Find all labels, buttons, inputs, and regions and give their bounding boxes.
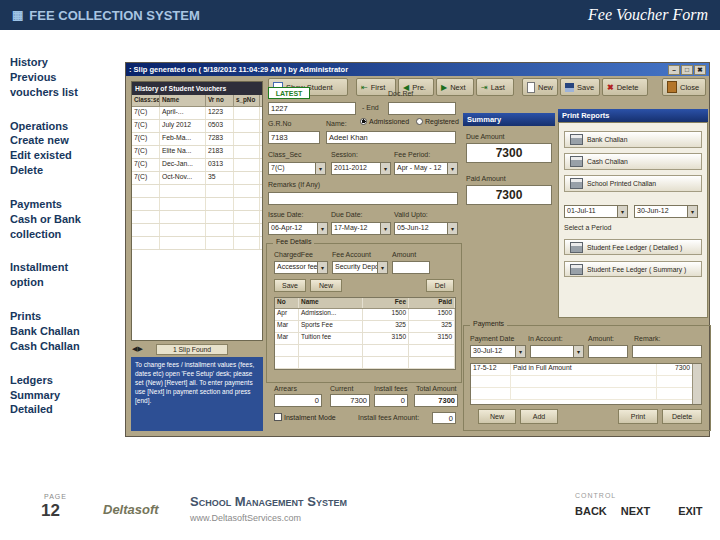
ledger-to-date-value: 30-Jun-12 <box>637 207 669 214</box>
gr-no-input[interactable]: 7183 <box>268 131 320 144</box>
ledger-summary-button[interactable]: Student Fee Ledger ( Summary ) <box>564 261 702 277</box>
help-note: To change fees / installment values (fee… <box>131 357 263 431</box>
fee-table-header[interactable]: No Name Fee Paid <box>275 298 455 309</box>
summary-header: Summary <box>463 113 555 126</box>
printer-icon <box>570 242 583 253</box>
close-window-button[interactable]: ✖ <box>694 65 706 75</box>
fee-amount-input[interactable] <box>392 261 430 274</box>
chevron-down-icon[interactable]: ▾ <box>617 206 627 217</box>
due-amount-value: 7300 <box>466 143 552 163</box>
student-name-input[interactable]: Adeel Khan <box>326 131 456 144</box>
history-table-header[interactable]: Class:sec Name Vr no s_pNo <box>132 95 262 107</box>
minimize-button[interactable]: – <box>668 65 680 75</box>
maximize-button[interactable]: □ <box>681 65 693 75</box>
voucher-no-input[interactable]: 1227 <box>268 102 356 115</box>
chevron-down-icon[interactable]: ▾ <box>317 262 327 273</box>
sidebar-line: vouchers list <box>10 85 122 100</box>
history-row[interactable]: 7(C) April-... 1223 <box>132 107 262 120</box>
fee-col[interactable]: Fee <box>363 298 409 308</box>
fee-new-button[interactable]: New <box>310 279 342 292</box>
issue-date-select[interactable]: 06-Apr-12 ▾ <box>268 222 328 235</box>
install-fees-value: 0 <box>374 394 408 407</box>
fee-col[interactable]: No <box>275 298 299 308</box>
bank-challan-button[interactable]: Bank Challan <box>564 131 702 148</box>
payment-delete-button[interactable]: Delete <box>662 409 702 424</box>
fee-row[interactable]: Apr Admission... 1500 1500 <box>275 309 455 321</box>
exit-button[interactable]: EXIT <box>678 505 702 517</box>
doc-ref-label: Doc.Ref <box>388 90 413 97</box>
chevron-down-icon[interactable]: ▾ <box>315 163 325 174</box>
history-col[interactable]: s_pNo <box>234 95 260 106</box>
history-row[interactable]: 7(C) Dec-Jan... 0313 <box>132 159 262 172</box>
doc-ref-input[interactable] <box>388 102 456 115</box>
payment-row[interactable]: 17-5-12 Paid in Full Amount 7300 <box>471 364 701 376</box>
history-cell: 35 <box>206 172 234 184</box>
charged-fee-select[interactable]: Accessor fee ▾ <box>274 261 328 274</box>
chevron-down-icon[interactable]: ▾ <box>317 223 327 234</box>
history-col[interactable]: Name <box>160 95 206 106</box>
history-row[interactable]: 7(C) July 2012 0503 <box>132 120 262 133</box>
session-select[interactable]: 2011-2012 ▾ <box>331 162 391 175</box>
fee-col[interactable]: Paid <box>409 298 455 308</box>
history-col[interactable]: Vr no <box>206 95 234 106</box>
ledger-detailed-button[interactable]: Student Fee Ledger ( Detailed ) <box>564 239 702 255</box>
payment-date-select[interactable]: 30-Jul-12 ▾ <box>470 345 526 358</box>
fee-cell: Apr <box>275 309 299 320</box>
charged-fee-value: Accessor fee <box>277 263 317 270</box>
save-button[interactable]: Save <box>560 78 600 96</box>
chevron-down-icon[interactable]: ▾ <box>377 262 387 273</box>
next-button-slide[interactable]: NEXT <box>621 505 650 517</box>
remarks-input[interactable] <box>268 192 458 205</box>
chevron-down-icon[interactable]: ▾ <box>573 346 583 357</box>
due-date-select[interactable]: 17-May-12 ▾ <box>331 222 391 235</box>
due-date-value: 17-May-12 <box>334 224 367 231</box>
school-challan-button[interactable]: School Printed Challan <box>564 175 702 192</box>
admissioned-radio[interactable]: Admissioned <box>360 118 409 125</box>
panel-collapse-arrows-icon[interactable]: ◀▶ <box>132 345 143 353</box>
cash-challan-button[interactable]: Cash Challan <box>564 153 702 170</box>
chevron-down-icon[interactable]: ▾ <box>380 223 390 234</box>
history-row[interactable]: 7(C) Feb-Ma... 7283 <box>132 133 262 146</box>
close-button[interactable]: Close <box>662 78 706 96</box>
payment-remark-input[interactable] <box>632 345 702 358</box>
website-link[interactable]: www.DeltasoftServices.com <box>190 513 301 523</box>
fee-save-button[interactable]: Save <box>274 279 306 292</box>
new-button[interactable]: New <box>522 78 558 96</box>
last-button[interactable]: ⇥ Last <box>476 78 514 96</box>
fee-period-select[interactable]: Apr - May - 12 ▾ <box>394 162 458 175</box>
control-label: CONTROL <box>575 492 616 499</box>
in-account-select[interactable]: ▾ <box>530 345 584 358</box>
ledger-from-date-select[interactable]: 01-Jul-11 ▾ <box>564 205 628 218</box>
next-button[interactable]: ▶ Next <box>436 78 474 96</box>
payment-print-button[interactable]: Print <box>618 409 658 424</box>
payment-amount-input[interactable] <box>588 345 628 358</box>
payment-new-button[interactable]: New <box>478 409 516 424</box>
chevron-down-icon[interactable]: ▾ <box>515 346 525 357</box>
valid-upto-select[interactable]: 05-Jun-12 ▾ <box>394 222 458 235</box>
history-col[interactable]: Class:sec <box>132 95 160 106</box>
chevron-down-icon[interactable]: ▾ <box>687 206 697 217</box>
class-sec-select[interactable]: 7(C) ▾ <box>268 162 326 175</box>
chevron-down-icon[interactable]: ▾ <box>447 223 457 234</box>
payments-scrollbar[interactable] <box>692 364 701 404</box>
ledger-to-date-select[interactable]: 30-Jun-12 ▾ <box>634 205 698 218</box>
payment-add-button[interactable]: Add <box>520 409 558 424</box>
instalment-mode-checkbox[interactable]: Instalment Mode <box>274 413 336 421</box>
registered-radio[interactable]: Registered <box>416 118 459 125</box>
fee-col[interactable]: Name <box>299 298 363 308</box>
history-cell <box>234 172 260 184</box>
back-button[interactable]: BACK <box>575 505 607 517</box>
fee-account-select[interactable]: Security Deposit ▾ <box>332 261 388 274</box>
fee-row[interactable]: Mar Tuition fee 3150 3150 <box>275 333 455 345</box>
latest-badge: LATEST <box>268 87 310 99</box>
fee-del-button[interactable]: Del <box>426 279 454 292</box>
sidebar-line: Prints <box>10 309 122 324</box>
chevron-down-icon[interactable]: ▾ <box>380 163 390 174</box>
fee-row[interactable]: Mar Sports Fee 325 325 <box>275 321 455 333</box>
history-row[interactable]: 7(C) Elite Na... 2183 <box>132 146 262 159</box>
delete-button[interactable]: ✖ Delete <box>602 78 648 96</box>
history-row[interactable]: 7(C) Oct-Nov... 35 <box>132 172 262 185</box>
install-amount-input[interactable]: 0 <box>432 412 456 424</box>
chevron-down-icon[interactable]: ▾ <box>447 163 457 174</box>
window-titlebar[interactable]: : Slip generated on ( 5/18/2012 11:04:29… <box>126 63 709 76</box>
